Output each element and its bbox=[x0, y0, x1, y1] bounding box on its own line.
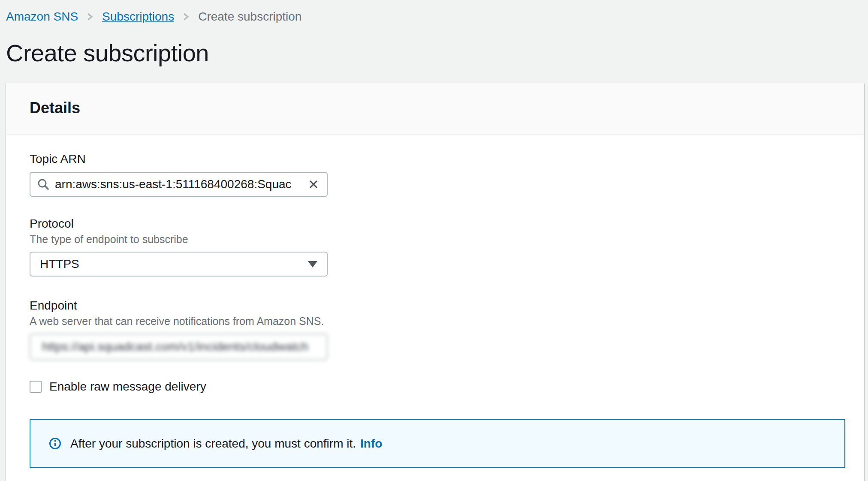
caret-down-icon bbox=[308, 261, 320, 268]
endpoint-value: https://api.squadcast.com/v1/incidents/c… bbox=[37, 340, 320, 354]
endpoint-description: A web server that can receive notificati… bbox=[30, 315, 845, 328]
protocol-description: The type of endpoint to subscribe bbox=[30, 233, 845, 246]
raw-message-delivery-checkbox-row[interactable]: Enable raw message delivery bbox=[30, 379, 206, 394]
topic-arn-input[interactable]: arn:aws:sns:us-east-1:511168400268:Squac bbox=[30, 172, 328, 197]
chevron-right-icon bbox=[182, 10, 190, 23]
details-card-header: Details bbox=[6, 83, 864, 135]
page: Amazon SNS Subscriptions Create subscrip… bbox=[0, 0, 868, 481]
breadcrumb: Amazon SNS Subscriptions Create subscrip… bbox=[6, 9, 864, 24]
info-circle-icon bbox=[49, 437, 61, 450]
breadcrumb-link-subscriptions[interactable]: Subscriptions bbox=[102, 9, 174, 24]
topic-arn-field: Topic ARN arn:aws:sns:us-east-1:51116840… bbox=[30, 152, 845, 197]
protocol-field: Protocol The type of endpoint to subscri… bbox=[30, 216, 845, 277]
protocol-select[interactable]: HTTPS bbox=[30, 252, 328, 277]
details-card-body: Topic ARN arn:aws:sns:us-east-1:51116840… bbox=[6, 135, 864, 481]
page-title: Create subscription bbox=[6, 39, 864, 67]
endpoint-label: Endpoint bbox=[30, 298, 845, 313]
breadcrumb-current: Create subscription bbox=[198, 9, 301, 24]
search-icon bbox=[37, 178, 50, 191]
raw-message-delivery-checkbox[interactable] bbox=[30, 381, 42, 393]
endpoint-input[interactable]: https://api.squadcast.com/v1/incidents/c… bbox=[30, 334, 328, 360]
details-card: Details Topic ARN arn:aws:sns:us-east-1:… bbox=[6, 83, 864, 481]
endpoint-field: Endpoint A web server that can receive n… bbox=[30, 298, 845, 360]
topic-arn-value: arn:aws:sns:us-east-1:511168400268:Squac bbox=[50, 177, 307, 191]
raw-message-delivery-label: Enable raw message delivery bbox=[49, 379, 206, 394]
topic-arn-label: Topic ARN bbox=[30, 152, 845, 166]
confirmation-info-alert: After your subscription is created, you … bbox=[30, 419, 845, 468]
alert-message: After your subscription is created, you … bbox=[70, 436, 356, 451]
chevron-right-icon bbox=[86, 10, 94, 23]
clear-icon[interactable] bbox=[307, 178, 320, 191]
protocol-selected-value: HTTPS bbox=[40, 257, 308, 271]
breadcrumb-link-amazon-sns[interactable]: Amazon SNS bbox=[6, 9, 78, 24]
details-heading: Details bbox=[30, 99, 841, 117]
alert-info-link[interactable]: Info bbox=[360, 437, 382, 451]
protocol-label: Protocol bbox=[30, 216, 845, 231]
